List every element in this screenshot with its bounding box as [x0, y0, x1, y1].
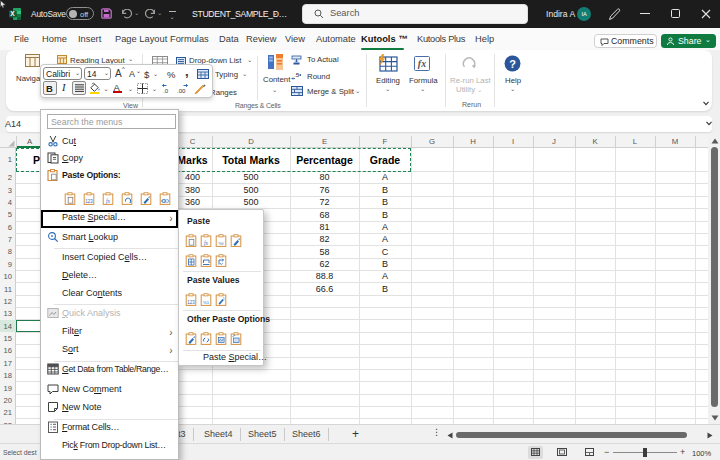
svg-text:fx: fx: [106, 198, 111, 204]
svg-text:%1: %1: [203, 299, 210, 304]
svg-text:?: ?: [509, 58, 516, 70]
svg-text:1: 1: [223, 296, 225, 300]
svg-text:%f: %f: [219, 241, 225, 246]
svg-text:fx: fx: [418, 58, 426, 69]
svg-text:123: 123: [187, 300, 195, 305]
svg-text:123: 123: [85, 199, 93, 204]
svg-text:.00: .00: [177, 88, 186, 94]
svg-text:.0: .0: [163, 88, 169, 94]
svg-text:X: X: [10, 10, 15, 17]
svg-text:fx: fx: [204, 240, 209, 246]
